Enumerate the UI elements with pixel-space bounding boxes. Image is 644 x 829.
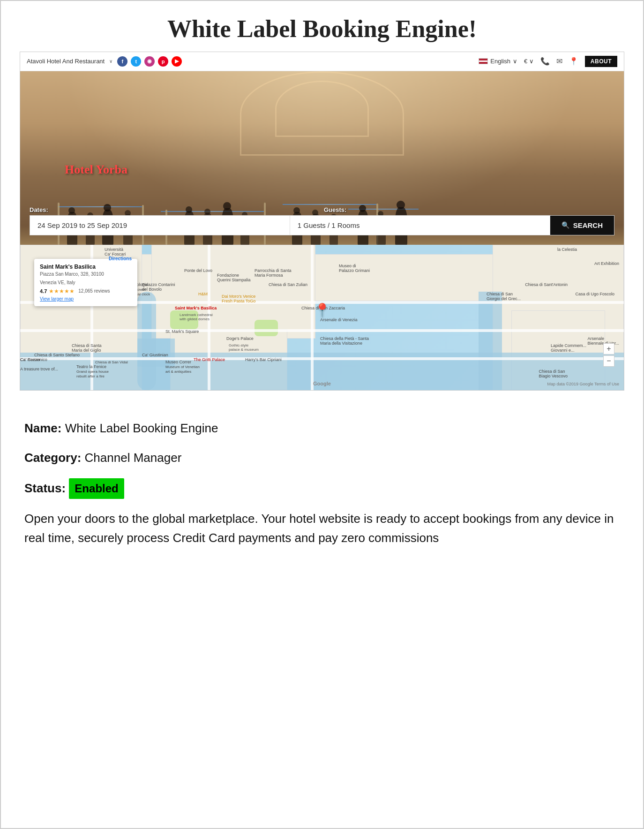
location-icon[interactable]: 📍: [569, 57, 578, 66]
youtube-icon[interactable]: ▶: [172, 56, 182, 67]
map-label-stmarks: Saint Mark's Basilica: [175, 306, 217, 310]
hero-area: Hotel Yorba Dates: Guests: 24 Sep 2019 t…: [20, 71, 624, 245]
name-row: Name: White Label Booking Engine: [24, 419, 620, 438]
currency-chevron: ∨: [529, 58, 534, 65]
map-label-dalmoro: Dai Moro's VeniceFresh Pasta ToGo: [222, 294, 255, 303]
map-larger-link[interactable]: View larger map: [40, 296, 132, 301]
map-zoom-controls: + −: [603, 343, 614, 367]
language-label: English: [490, 58, 510, 65]
map-reviews: 12,065 reviews: [78, 288, 110, 294]
map-label-teatro: Teatro la FeniceGrand opera houserebuilt…: [76, 364, 109, 378]
navbar-right: English ∨ € ∨ 📞 ✉ 📍 ABOUT: [479, 56, 617, 67]
about-button[interactable]: ABOUT: [585, 56, 617, 67]
map-label-lapide: Lapide Commem...Giovanni e...: [551, 343, 586, 353]
map-place-name: Saint Mark's Basilica: [40, 264, 96, 270]
map-label-corner: Ca' Corner: [20, 357, 40, 362]
zoom-out-button[interactable]: −: [603, 355, 614, 367]
map-stars: ★★★★★: [49, 288, 75, 294]
category-value: Channel Manager: [85, 451, 182, 465]
map-label-san-vidal: Chiesa di San Vidal: [95, 360, 128, 364]
website-mockup: Atavoli Hotel And Restaurant ∨ f t ◉ p ▶…: [20, 52, 624, 391]
us-flag-icon: [479, 58, 488, 64]
map-label-stefano: Chiesa di Santo Stefano: [34, 353, 80, 357]
map-label-doge-sub: Gothic-stylepalace & museum: [229, 343, 259, 352]
currency-selector[interactable]: € ∨: [524, 58, 534, 65]
map-label-6: Art Exhibition: [594, 261, 619, 266]
map-label-santantonin: Chiesa di Sant'Antonin: [525, 282, 568, 287]
map-data-text: Map data ©2019 Google Terms of Use: [547, 382, 619, 386]
brand-dropdown-arrow[interactable]: ∨: [109, 59, 112, 64]
mockup-navbar: Atavoli Hotel And Restaurant ∨ f t ◉ p ▶…: [20, 52, 624, 71]
map-label-celestia: la Celestia: [557, 247, 577, 252]
park-2: [255, 320, 278, 336]
map-label-giorgio: Chiesa di SanGiorgio del Grec...: [487, 292, 521, 301]
map-label-4: Parrocchia di SantaMaria Formosa: [255, 268, 292, 278]
pinterest-icon[interactable]: p: [158, 56, 168, 67]
status-label: Status:: [24, 481, 66, 495]
navbar-left: Atavoli Hotel And Restaurant ∨ f t ◉ p ▶: [27, 56, 182, 67]
category-label: Category:: [24, 451, 81, 465]
status-row: Status: Enabled: [24, 478, 620, 499]
name-label: Name:: [24, 421, 61, 435]
facebook-icon[interactable]: f: [117, 56, 127, 67]
map-label-square: St. Mark's Square: [165, 329, 199, 334]
map-address-1: Piazza San Marco, 328, 30100: [40, 271, 132, 278]
map-label-doge: Doge's Palace: [226, 336, 254, 341]
page-main-title: White Label Booking Engine!: [20, 15, 624, 43]
map-label-chiesa-pieta: Chiesa della Pietà - SantaMaria della Vi…: [320, 336, 369, 346]
map-label-harry: Harry's Bar Cipriani: [245, 357, 282, 362]
info-section: Name: White Label Booking Engine Categor…: [20, 405, 624, 557]
twitter-icon[interactable]: t: [131, 56, 141, 67]
map-label-stamalia: FondazioneQuerini Stampalia: [217, 273, 251, 282]
map-label-cagiustinian: Ca' Giustinian: [142, 353, 168, 357]
map-info-card: Saint Mark's Basilica Directions Piazza …: [34, 259, 137, 306]
phone-icon[interactable]: 📞: [540, 57, 550, 66]
hotel-name-overlay: Hotel Yorba: [65, 163, 127, 177]
status-badge: Enabled: [69, 478, 124, 499]
email-icon[interactable]: ✉: [556, 57, 562, 66]
map-label-contarini: Palazzo Contarinidel Bovolo: [142, 282, 175, 292]
map-directions-link[interactable]: Directions: [109, 256, 132, 261]
map-label-stmarks-sub: Landmark cathedralwith gilded domes: [180, 313, 213, 321]
map-label-7: Casa di Ugo Foscolo: [575, 292, 614, 296]
search-bar: 24 Sep 2019 to 25 Sep 2019 1 Guests / 1 …: [30, 215, 614, 235]
map-address-2: Venezia VE, Italy: [40, 279, 132, 286]
search-label: SEARCH: [573, 221, 603, 229]
map-label-3: Ponte del Lovo: [184, 268, 212, 273]
search-button[interactable]: 🔍 SEARCH: [550, 216, 614, 235]
zoom-in-button[interactable]: +: [603, 343, 614, 354]
map-area: Palazzo MocenigoCasa Nuova Torre dell'Or…: [20, 245, 624, 390]
map-label-5: Museo diPalazzo Grimani: [339, 264, 370, 273]
map-label-hm: H&M: [198, 292, 208, 296]
map-label-chiesa-san: Chiesa di SanBiagio Vescovo: [539, 369, 568, 378]
search-overlay: Dates: Guests: 24 Sep 2019 to 25 Sep 201…: [20, 206, 624, 245]
guests-label: Guests:: [324, 206, 614, 213]
map-label-sanzulian: Chiesa di San Zulian: [269, 282, 307, 287]
map-rating-number: 4.7: [40, 288, 47, 294]
map-label-accademia-sub: A treasure trove of...: [20, 367, 58, 371]
social-icons-group: f t ◉ p ▶: [117, 56, 182, 67]
category-row: Category: Channel Manager: [24, 448, 620, 468]
language-selector[interactable]: English ∨: [479, 58, 517, 65]
map-label-santa-maria: Chiesa di SantaMaria del Giglio: [72, 343, 102, 353]
name-value: White Label Booking Engine: [65, 421, 218, 435]
dates-label: Dates:: [30, 206, 320, 213]
currency-symbol: €: [524, 58, 527, 65]
dates-input[interactable]: 24 Sep 2019 to 25 Sep 2019: [30, 216, 290, 235]
guests-input[interactable]: 1 Guests / 1 Rooms: [290, 216, 550, 235]
map-pin: 📍: [314, 302, 330, 318]
map-label-universita: UniversitàCa' Foscari: [105, 247, 126, 256]
road-h2: [20, 329, 624, 332]
language-chevron: ∨: [513, 58, 517, 65]
google-watermark: Google: [313, 381, 331, 386]
road-v3: [311, 245, 314, 390]
map-label-arsenale: Arsenale di Venezia: [320, 317, 358, 322]
search-labels-row: Dates: Guests:: [30, 206, 614, 213]
map-label-gritti: The Gritti Palace: [194, 357, 225, 362]
instagram-icon[interactable]: ◉: [144, 56, 155, 67]
description-text: Open your doors to the global marketplac…: [24, 509, 620, 547]
search-icon: 🔍: [562, 221, 569, 229]
brand-name[interactable]: Atavoli Hotel And Restaurant: [27, 58, 105, 65]
